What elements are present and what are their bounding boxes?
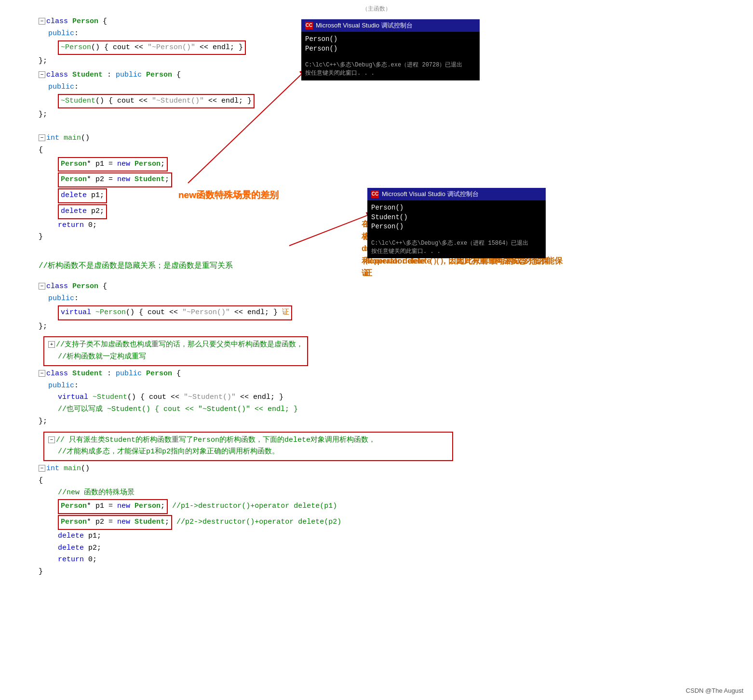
code-line: public: [39, 81, 714, 93]
console-footer-2b: 按任意键关闭此窗口. . . [371, 248, 542, 256]
section-5: −class Student : public Person { public:… [39, 368, 714, 428]
code-comment: //也可以写成 ~Student() { cout << "~Student()… [39, 404, 714, 416]
comment-box-2: −// 只有派生类Student的析构函数重写了Person的析构函数，下面的d… [43, 432, 453, 462]
main-content: （主函数） −class Person { public: ~Person() … [0, 0, 753, 599]
code-line: virtual ~Student() { cout << "~Student()… [39, 392, 714, 404]
console-footer2: 按任意键关闭此窗口. . . [305, 69, 476, 78]
console-footer: C:\lc\C++\多态\Debug\多态.exe（进程 20728）已退出 [305, 61, 476, 69]
collapse-icon-2[interactable]: − [39, 71, 45, 78]
console-line: Person() [371, 203, 542, 213]
code-line: Person* p1 = new Person; [39, 157, 714, 172]
code-line: −class Person { [39, 281, 714, 293]
nav-hint: （主函数） [39, 5, 714, 13]
code-line: }; [39, 321, 714, 333]
console-body-1: Person() Person() C:\lc\C++\多态\Debug\多态.… [301, 32, 480, 80]
console-title-1: Microsoft Visual Studio 调试控制台 [316, 21, 413, 30]
code-line: { [39, 145, 714, 157]
vs-icon-2: CC [371, 190, 379, 198]
code-line: ~Student() { cout << "~Student()" << end… [39, 93, 714, 109]
vs-icon: CC [305, 22, 313, 29]
virtual-destructor-box: virtual ~Person() { cout << "~Person()" … [58, 305, 292, 320]
code-line: virtual ~Person() { cout << "~Person()" … [39, 305, 714, 321]
console-window-2: CC Microsoft Visual Studio 调试控制台 Person(… [367, 188, 546, 258]
code-line: public: [39, 293, 714, 305]
collapse-icon-8[interactable]: − [39, 465, 45, 472]
comment-box: +//支持子类不加虚函数也构成重写的话，那么只要父类中析构函数是虚函数， //析… [43, 336, 308, 366]
console-titlebar-1: CC Microsoft Visual Studio 调试控制台 [301, 19, 480, 32]
console-line: Person() [305, 35, 476, 44]
code-comment: //new 函数的特殊场景 [39, 487, 714, 499]
collapse-icon-5[interactable]: + [48, 341, 55, 348]
collapse-icon-3[interactable]: − [39, 134, 45, 141]
delete-p2-box: delete p2; [58, 204, 107, 219]
code-comment: +//支持子类不加虚函数也构成重写的话，那么只要父类中析构函数是虚函数， [48, 339, 303, 351]
bottom-credit: CSDN @The August [686, 687, 743, 694]
code-line: }; [39, 416, 714, 428]
code-comment: //才能构成多态，才能保证p1和p2指向的对象正确的调用析构函数。 [48, 446, 448, 458]
console-window-1: CC Microsoft Visual Studio 调试控制台 Person(… [301, 19, 480, 80]
new-student-box-2: Person* p2 = new Student; [58, 515, 172, 530]
code-comment: //析构函数就一定构成重写 [48, 351, 303, 363]
annotation-new-diff-abs: new函数特殊场景的差别 [178, 189, 279, 201]
code-line: } [39, 566, 714, 578]
code-line: public: [39, 380, 714, 392]
code-line: Person* p2 = new Student; [39, 172, 714, 188]
section-4: −class Person { public: virtual ~Person(… [39, 281, 714, 332]
console-line: Student() [371, 213, 542, 223]
code-line: delete p1; [39, 530, 714, 542]
collapse-icon[interactable]: − [39, 18, 45, 25]
destructor-box: ~Person() { cout << "~Person()" << endl;… [58, 40, 246, 55]
student-destructor-box: ~Student() { cout << "~Student()" << end… [58, 94, 255, 109]
collapse-icon-6[interactable]: − [39, 370, 45, 377]
ann-a5: 证 [362, 267, 549, 279]
console-titlebar-2: CC Microsoft Visual Studio 调试控制台 [367, 188, 546, 200]
console-line: Person() [305, 44, 476, 54]
code-line: Person* p1 = new Person; //p1->destructo… [39, 499, 714, 515]
section-6: −int main() { //new 函数的特殊场景 Person* p1 =… [39, 463, 714, 578]
collapse-icon-7[interactable]: − [48, 436, 55, 443]
code-line: return 0; [39, 554, 714, 566]
code-line: −class Student : public Person { [39, 368, 714, 380]
new-student-box: Person* p2 = new Student; [58, 172, 172, 187]
code-comment: −// 只有派生类Student的析构函数重写了Person的析构函数，下面的d… [48, 435, 448, 447]
code-line: }; [39, 109, 714, 121]
new-person-box-2: Person* p1 = new Person; [58, 499, 168, 514]
code-line: −int main() [39, 463, 714, 475]
code-line: { [39, 475, 714, 487]
code-line: Person* p2 = new Student; //p2->destruct… [39, 515, 714, 530]
console-title-2: Microsoft Visual Studio 调试控制台 [382, 190, 479, 198]
console-footer-2: C:\lc\C++\多态\Debug\多态.exe（进程 15864）已退出 [371, 239, 542, 248]
console-body-2: Person() Student() Person() C:\lc\C++\多态… [367, 200, 546, 258]
collapse-icon-4[interactable]: − [39, 283, 45, 290]
console-line: Person() [371, 222, 542, 232]
new-person-box: Person* p1 = new Person; [58, 157, 168, 172]
code-line: delete p2; [39, 542, 714, 555]
delete-p1-box: delete p1; [58, 188, 107, 203]
code-line: −int main() [39, 132, 714, 145]
